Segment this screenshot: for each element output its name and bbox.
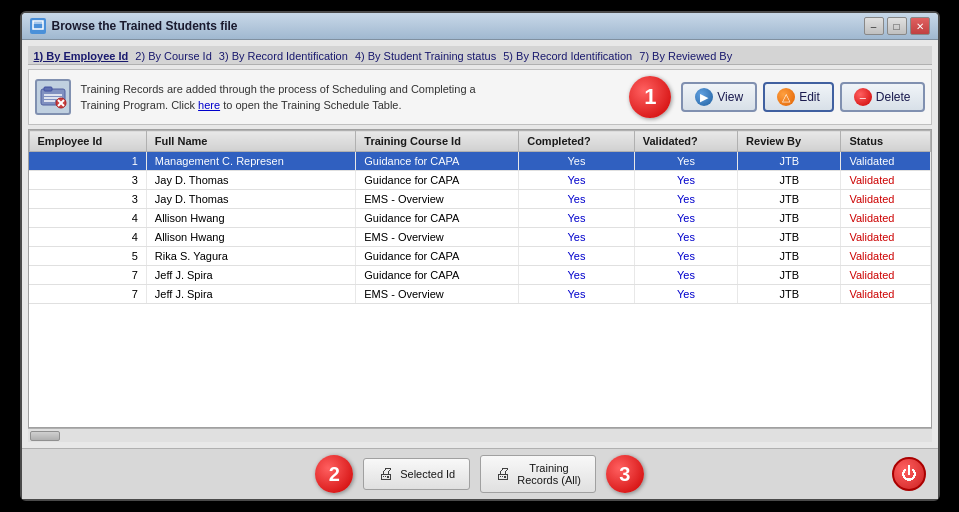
cell-full-name: Jeff J. Spira: [146, 285, 355, 304]
cell-full-name: Jay D. Thomas: [146, 171, 355, 190]
printer-icon-2: 🖨: [495, 465, 511, 483]
table-row[interactable]: 1 Management C. Represen Guidance for CA…: [29, 152, 930, 171]
badge-2: 2: [315, 455, 353, 493]
cell-course: EMS - Overview: [356, 285, 519, 304]
badge-1: 1: [629, 76, 671, 118]
delete-icon: –: [854, 88, 872, 106]
tab-by-reviewed-by[interactable]: 7) By Reviewed By: [639, 50, 732, 62]
info-text-part3: to open the Training Schedule Table.: [223, 99, 401, 111]
cell-full-name: Allison Hwang: [146, 228, 355, 247]
tab-by-record-id-2[interactable]: 5) By Record Identification: [503, 50, 632, 62]
info-text-part2: Training Program. Click: [81, 99, 196, 111]
view-button[interactable]: ▶ View: [681, 82, 757, 112]
cell-completed: Yes: [519, 228, 635, 247]
cell-course: Guidance for CAPA: [356, 171, 519, 190]
cell-review-by: JTB: [738, 266, 841, 285]
table-row[interactable]: 7 Jeff J. Spira EMS - Overview Yes Yes J…: [29, 285, 930, 304]
title-controls: – □ ✕: [864, 17, 930, 35]
cell-completed: Yes: [519, 190, 635, 209]
cell-employee-id: 5: [29, 247, 146, 266]
selected-id-label: Selected Id: [400, 468, 455, 480]
cell-employee-id: 1: [29, 152, 146, 171]
table-row[interactable]: 4 Allison Hwang Guidance for CAPA Yes Ye…: [29, 209, 930, 228]
cell-review-by: JTB: [738, 209, 841, 228]
selected-id-button[interactable]: 🖨 Selected Id: [363, 458, 470, 490]
cell-full-name: Management C. Represen: [146, 152, 355, 171]
cell-validated: Yes: [634, 285, 737, 304]
cell-course: Guidance for CAPA: [356, 266, 519, 285]
cell-validated: Yes: [634, 171, 737, 190]
svg-rect-0: [33, 21, 43, 29]
table-row[interactable]: 3 Jay D. Thomas Guidance for CAPA Yes Ye…: [29, 171, 930, 190]
cell-review-by: JTB: [738, 171, 841, 190]
records-table: Employee Id Full Name Training Course Id…: [29, 130, 931, 304]
cell-employee-id: 4: [29, 209, 146, 228]
col-employee-id: Employee Id: [29, 131, 146, 152]
cell-validated: Yes: [634, 152, 737, 171]
table-row[interactable]: 5 Rika S. Yagura Guidance for CAPA Yes Y…: [29, 247, 930, 266]
cell-status: Validated: [841, 228, 930, 247]
cell-course: EMS - Overview: [356, 228, 519, 247]
delete-label: Delete: [876, 90, 911, 104]
cell-course: Guidance for CAPA: [356, 209, 519, 228]
info-link[interactable]: here: [198, 99, 220, 111]
cell-status: Validated: [841, 247, 930, 266]
cell-employee-id: 4: [29, 228, 146, 247]
delete-button[interactable]: – Delete: [840, 82, 925, 112]
power-button[interactable]: ⏻: [892, 457, 926, 491]
window-icon: [30, 18, 46, 34]
info-text: Training Records are added through the p…: [81, 81, 620, 114]
main-window: Browse the Trained Students file – □ ✕ 1…: [20, 11, 940, 501]
close-button[interactable]: ✕: [910, 17, 930, 35]
cell-completed: Yes: [519, 152, 635, 171]
table-container[interactable]: Employee Id Full Name Training Course Id…: [28, 129, 932, 428]
cell-course: EMS - Overview: [356, 190, 519, 209]
cell-validated: Yes: [634, 228, 737, 247]
col-status: Status: [841, 131, 930, 152]
horizontal-scrollbar[interactable]: [28, 428, 932, 442]
table-row[interactable]: 7 Jeff J. Spira Guidance for CAPA Yes Ye…: [29, 266, 930, 285]
title-bar-left: Browse the Trained Students file: [30, 18, 238, 34]
cell-completed: Yes: [519, 285, 635, 304]
content-area: 1) By Employee Id 2) By Course Id 3) By …: [22, 40, 938, 448]
cell-validated: Yes: [634, 190, 737, 209]
view-icon: ▶: [695, 88, 713, 106]
cell-completed: Yes: [519, 247, 635, 266]
tab-by-course-id[interactable]: 2) By Course Id: [135, 50, 211, 62]
cell-completed: Yes: [519, 266, 635, 285]
cell-full-name: Jeff J. Spira: [146, 266, 355, 285]
cell-full-name: Jay D. Thomas: [146, 190, 355, 209]
edit-button[interactable]: △ Edit: [763, 82, 834, 112]
scrollbar-thumb[interactable]: [30, 431, 60, 441]
view-label: View: [717, 90, 743, 104]
cell-full-name: Rika S. Yagura: [146, 247, 355, 266]
table-row[interactable]: 3 Jay D. Thomas EMS - Overview Yes Yes J…: [29, 190, 930, 209]
cell-review-by: JTB: [738, 285, 841, 304]
info-row: Training Records are added through the p…: [28, 69, 932, 125]
tab-by-employee-id[interactable]: 1) By Employee Id: [34, 50, 129, 62]
edit-label: Edit: [799, 90, 820, 104]
bottom-bar: 2 🖨 Selected Id 🖨 Training Records (All)…: [22, 448, 938, 499]
table-row[interactable]: 4 Allison Hwang EMS - Overview Yes Yes J…: [29, 228, 930, 247]
cell-status: Validated: [841, 190, 930, 209]
cell-employee-id: 7: [29, 266, 146, 285]
cell-status: Validated: [841, 152, 930, 171]
info-icon: [35, 79, 71, 115]
col-completed: Completed?: [519, 131, 635, 152]
table-header-row: Employee Id Full Name Training Course Id…: [29, 131, 930, 152]
tab-by-training-status[interactable]: 4) By Student Training status: [355, 50, 496, 62]
maximize-button[interactable]: □: [887, 17, 907, 35]
cell-validated: Yes: [634, 247, 737, 266]
edit-icon: △: [777, 88, 795, 106]
minimize-button[interactable]: –: [864, 17, 884, 35]
svg-rect-3: [44, 87, 52, 91]
training-records-button[interactable]: 🖨 Training Records (All): [480, 455, 596, 493]
cell-review-by: JTB: [738, 247, 841, 266]
printer-icon-1: 🖨: [378, 465, 394, 483]
col-full-name: Full Name: [146, 131, 355, 152]
title-bar: Browse the Trained Students file – □ ✕: [22, 13, 938, 40]
cell-status: Validated: [841, 171, 930, 190]
tabs-bar: 1) By Employee Id 2) By Course Id 3) By …: [28, 46, 932, 65]
tab-by-record-id[interactable]: 3) By Record Identification: [219, 50, 348, 62]
cell-employee-id: 7: [29, 285, 146, 304]
